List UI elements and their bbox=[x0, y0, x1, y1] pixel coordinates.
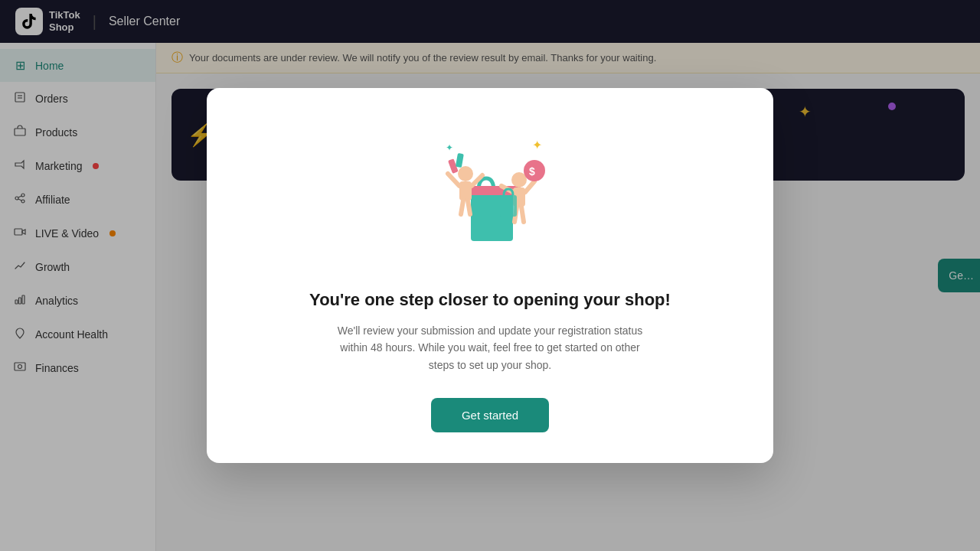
modal-dialog: $ ✦ ✦ You're one step closer to opening … bbox=[207, 88, 773, 463]
svg-line-19 bbox=[448, 174, 459, 186]
modal-illustration: $ ✦ ✦ bbox=[413, 119, 567, 272]
svg-line-22 bbox=[468, 201, 470, 214]
svg-line-21 bbox=[461, 201, 463, 214]
svg-line-30 bbox=[521, 207, 524, 222]
svg-rect-24 bbox=[456, 153, 464, 168]
get-started-button[interactable]: Get started bbox=[431, 398, 549, 432]
svg-text:✦: ✦ bbox=[446, 142, 453, 153]
modal-overlay[interactable]: $ ✦ ✦ You're one step closer to opening … bbox=[0, 0, 980, 551]
modal-title: You're one step closer to opening your s… bbox=[309, 290, 671, 310]
svg-line-28 bbox=[525, 181, 534, 192]
svg-text:$: $ bbox=[529, 165, 535, 178]
modal-description: We'll review your submission and update … bbox=[329, 322, 651, 373]
svg-point-17 bbox=[458, 166, 473, 181]
svg-rect-18 bbox=[459, 181, 472, 201]
svg-rect-33 bbox=[500, 195, 517, 217]
svg-text:✦: ✦ bbox=[532, 139, 542, 152]
